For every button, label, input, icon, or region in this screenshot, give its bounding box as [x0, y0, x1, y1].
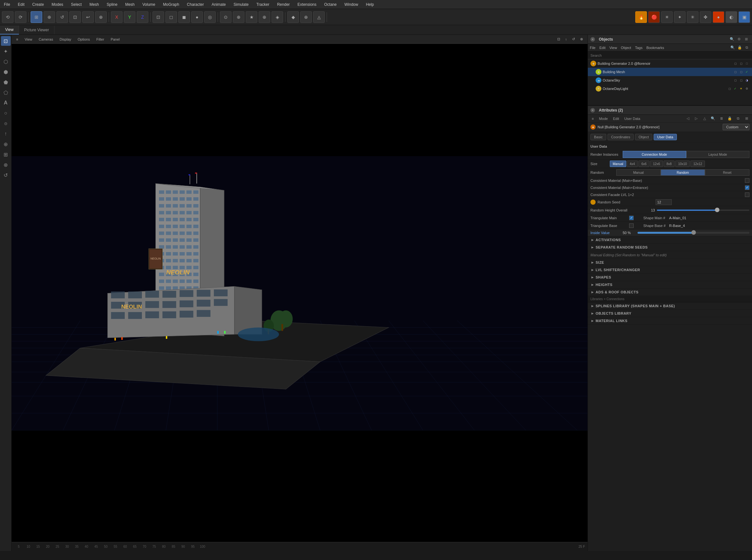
- consistent-facade-checkbox[interactable]: [745, 193, 749, 197]
- size-manual-btn[interactable]: Manual: [610, 161, 626, 167]
- objects-close-btn[interactable]: ×: [590, 37, 595, 42]
- tab-object[interactable]: Object: [635, 134, 652, 140]
- front-button[interactable]: ◈: [272, 11, 283, 23]
- vp-right-icon-1[interactable]: ⊡: [555, 36, 562, 42]
- obj-vis-sky-2[interactable]: ◻: [738, 78, 744, 83]
- obj-vis-mesh-2[interactable]: ◻: [738, 69, 744, 75]
- obj-vis-btn-2[interactable]: ◻: [738, 61, 744, 66]
- obj-search-icon[interactable]: 🔍: [729, 36, 735, 43]
- render-icon-3[interactable]: ☀: [661, 11, 673, 23]
- obj-menu-object[interactable]: Object: [621, 46, 631, 49]
- object-row-building-generator[interactable]: ◈ Building Generator 2.0 @florenoir ◻ ◻ …: [588, 59, 752, 68]
- consistent-main-entrance-checkbox[interactable]: ✓: [745, 185, 749, 190]
- obj-expand-icon[interactable]: ⊞: [743, 36, 749, 43]
- attr-newwin-icon[interactable]: ⧉: [735, 116, 741, 122]
- obj-vis-mesh-1[interactable]: ◻: [733, 69, 738, 75]
- obj-half-moon[interactable]: ◑: [744, 78, 749, 83]
- menu-mograph[interactable]: MoGraph: [162, 2, 181, 7]
- attr-search-icon[interactable]: 🔍: [710, 116, 716, 122]
- view3d-button[interactable]: ⊙: [220, 11, 232, 23]
- attr-userdata-btn[interactable]: User Data: [623, 116, 642, 121]
- consistent-main-base-checkbox[interactable]: [745, 178, 749, 183]
- render-icon-5[interactable]: ✳: [687, 11, 698, 23]
- point-mode-button[interactable]: ◻: [165, 11, 177, 23]
- obj-gear-dl[interactable]: ⚙: [744, 86, 749, 91]
- poly-mode-button[interactable]: ●: [191, 11, 203, 23]
- triangulate-base-checkbox[interactable]: [629, 223, 634, 228]
- menu-mesh[interactable]: Mesh: [88, 2, 100, 7]
- attr-mode-btn[interactable]: Mode: [597, 116, 609, 121]
- ads-roof-header[interactable]: ▶ ADS & ROOF OBJECTS: [588, 288, 752, 296]
- sidebar-viewport-icon[interactable]: ⊡: [1, 36, 11, 46]
- render-icon-9[interactable]: ▣: [738, 11, 750, 23]
- menu-octane[interactable]: Octane: [323, 2, 338, 7]
- menu-create[interactable]: Create: [31, 2, 45, 7]
- grid-btn[interactable]: ⊕: [300, 11, 312, 23]
- random-reset-btn[interactable]: Reset: [705, 169, 749, 176]
- obj-search2-icon[interactable]: 🔍: [729, 44, 736, 51]
- size-12x12-btn[interactable]: 12x12: [690, 161, 705, 167]
- random-height-thumb[interactable]: [715, 207, 719, 212]
- tab-view[interactable]: View: [0, 25, 19, 35]
- random-random-btn[interactable]: Random: [661, 169, 705, 176]
- vp-options-btn[interactable]: Options: [76, 37, 92, 42]
- persp-button[interactable]: ⊕: [233, 11, 244, 23]
- menu-modes[interactable]: Modes: [50, 2, 64, 7]
- random-manual-btn[interactable]: Manual: [616, 169, 661, 176]
- triangulate-main-checkbox[interactable]: ✓: [629, 216, 634, 220]
- axis-y-button[interactable]: Y: [124, 11, 135, 23]
- size-8x8-btn[interactable]: 8x8: [664, 161, 675, 167]
- vp-right-icon-2[interactable]: ↑: [563, 37, 569, 42]
- menu-help[interactable]: Help: [365, 2, 375, 7]
- workplane-btn[interactable]: ◬: [313, 11, 325, 23]
- menu-extensions[interactable]: Extensions: [296, 2, 318, 7]
- obj-menu-view[interactable]: View: [610, 46, 617, 49]
- sidebar-text-icon[interactable]: A: [1, 98, 11, 108]
- sidebar-move2-icon[interactable]: ⊕: [1, 139, 11, 149]
- obj-settings-icon[interactable]: ⚙: [736, 36, 742, 43]
- sidebar-axis-icon[interactable]: ⊗: [1, 160, 11, 169]
- connection-mode-btn[interactable]: Connection Mode: [623, 151, 686, 158]
- sidebar-transform-icon[interactable]: ⊞: [1, 149, 11, 159]
- tab-basic[interactable]: Basic: [590, 134, 606, 140]
- object-row-octanedaylight[interactable]: ☀ OctaneDayLight ◻ ✓ ☀ ⚙: [588, 84, 752, 93]
- extra-tool-button[interactable]: ⊕: [95, 11, 107, 23]
- splines-library-header[interactable]: ▶ SPLINES LIBRARY (SHAPES MAIN + BASE): [588, 302, 752, 309]
- obj-square-icon[interactable]: □: [744, 61, 749, 66]
- obj-newwin-icon[interactable]: ⧉: [744, 44, 750, 51]
- menu-mesh2[interactable]: Mesh: [124, 2, 136, 7]
- menu-simulate[interactable]: Simulate: [232, 2, 250, 7]
- scale-tool-button[interactable]: ⊡: [69, 11, 81, 23]
- random-height-slider[interactable]: [657, 209, 749, 211]
- vp-right-icon-3[interactable]: ↺: [570, 36, 577, 42]
- lvl-shifter-header[interactable]: ▶ LVL SHIFTER/CHANGER: [588, 266, 752, 274]
- layout-dropdown[interactable]: Custom Default Animation: [723, 124, 749, 130]
- sidebar-scale-icon[interactable]: ⬢: [1, 67, 11, 77]
- attr-close-btn[interactable]: ×: [590, 108, 595, 113]
- rotate-tool-button[interactable]: ↺: [56, 11, 68, 23]
- sidebar-circle-icon[interactable]: ↺: [1, 170, 11, 180]
- attr-up-icon[interactable]: △: [702, 116, 708, 122]
- sidebar-arrow-icon[interactable]: ↑: [1, 129, 11, 139]
- obj-menu-tags[interactable]: Tags: [635, 46, 642, 49]
- activations-header[interactable]: ▶ ACTIVATIONS: [588, 236, 752, 243]
- tab-userdata[interactable]: User Data: [654, 134, 677, 140]
- sidebar-rotate-icon[interactable]: ⬡: [1, 57, 11, 66]
- menu-character[interactable]: Character: [186, 2, 205, 7]
- random-seed-input[interactable]: [656, 199, 672, 205]
- attr-hamburger-icon[interactable]: ≡: [590, 116, 595, 121]
- snap-btn[interactable]: ◆: [287, 11, 299, 23]
- vp-display-btn[interactable]: Display: [58, 37, 73, 42]
- object-row-building-mesh[interactable]: ◈ Building Mesh ◻ ◻ ✓: [588, 68, 752, 76]
- size-section-header[interactable]: ▶ SIZE: [588, 259, 752, 266]
- vp-menu-icon[interactable]: ≡: [14, 37, 20, 42]
- size-12x6-btn[interactable]: 12x6: [650, 161, 663, 167]
- menu-select[interactable]: Select: [70, 2, 83, 7]
- sidebar-null-icon[interactable]: ○: [1, 108, 11, 118]
- menu-spline[interactable]: Spline: [105, 2, 119, 7]
- vp-filter-btn[interactable]: Filter: [95, 37, 106, 42]
- vp-right-icon-4[interactable]: ⊕: [578, 36, 585, 42]
- heights-header[interactable]: ▶ HEIGHTS: [588, 281, 752, 288]
- menu-window[interactable]: Window: [343, 2, 359, 7]
- obj-menu-file[interactable]: File: [590, 46, 596, 49]
